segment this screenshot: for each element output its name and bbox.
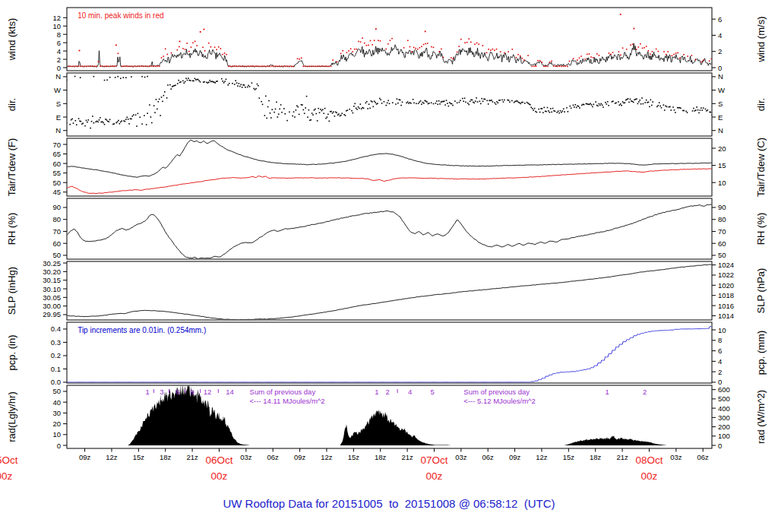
date-label-hour: 00z — [211, 470, 228, 482]
slp-ytick-left: 29.95 — [43, 310, 61, 318]
axis-title-left-rh: RH (%) — [6, 213, 17, 245]
tair-ytick-right: 10 — [718, 179, 726, 187]
svg-text:14: 14 — [226, 388, 234, 396]
pcp-ytick-right: 6 — [718, 347, 722, 355]
axis-title-left-rad: rad(Lgly/hr) — [6, 391, 17, 442]
svg-text:2: 2 — [643, 388, 647, 396]
axis-title-left-dir: dir. — [6, 98, 17, 111]
rad-ytick-left: 30 — [52, 409, 61, 417]
time-tick-label: 06z — [482, 453, 495, 461]
axis-title-left-wind: wind (kts) — [6, 18, 17, 62]
time-tick-label: 15z — [563, 453, 575, 461]
slp-ytick-right: 1018 — [718, 291, 734, 299]
date-label-hour: 00z — [0, 470, 13, 482]
svg-text:5: 5 — [430, 388, 434, 396]
x-axis: 05Oct00z09z12z15z18z21z06Oct00z03z06z09z… — [0, 448, 709, 482]
pcp-ytick-left: 0.3 — [51, 338, 61, 347]
pcp-annotation: Tip increments are 0.01in. (0.254mm.) — [77, 326, 206, 334]
slp-ytick-left: 30.15 — [43, 276, 61, 284]
slp-ytick-left: 30.25 — [43, 259, 61, 268]
time-tick-label: 15z — [348, 453, 360, 461]
wind-ytick-right: 4 — [718, 31, 722, 40]
slp-ytick-right: 1022 — [718, 271, 734, 279]
wind-ytick-left: 4 — [57, 47, 61, 55]
date-label: 07Oct — [420, 454, 448, 466]
svg-text:4: 4 — [408, 388, 412, 396]
rh-ytick-right: 50 — [718, 251, 726, 259]
wind-ytick-right: 0 — [718, 64, 722, 72]
rh-ytick-left: 70 — [52, 227, 61, 236]
sum-previous-day-note: Sum of previous day<--- 5.12 MJoules/m^2 — [463, 388, 535, 405]
rad-ytick-right: 300 — [718, 413, 730, 422]
slp-ytick-left: 30.05 — [43, 293, 61, 302]
svg-text:3: 3 — [160, 388, 163, 396]
pcp-ytick-left: 0.2 — [51, 351, 61, 359]
svg-text:Sum of previous day: Sum of previous day — [463, 388, 530, 396]
tair-ytick-right: 15 — [718, 161, 726, 169]
slp-ytick-right: 1024 — [718, 261, 734, 269]
slp-ytick-left: 30.20 — [43, 268, 61, 276]
svg-text:12: 12 — [204, 388, 212, 396]
axis-title-right-rad: rad (W/m^2) — [755, 390, 767, 444]
rh-ytick-left: 60 — [52, 239, 61, 248]
panel-dir: NESWNNESWNdir.dir. — [6, 72, 767, 136]
meteogram-svg: 0246810120246wind (kts)wind (m/s)10 min.… — [0, 0, 778, 494]
dir-ytick-right: N — [718, 126, 723, 135]
tair-ytick-left: 55 — [52, 169, 61, 177]
pcp-ytick-left: 0.4 — [51, 325, 61, 333]
time-tick-label: 03z — [455, 453, 467, 461]
tair-ytick-left: 50 — [52, 179, 61, 187]
pcp-ytick-right: 4 — [718, 357, 722, 366]
time-tick-label: 03z — [670, 453, 682, 461]
plot-title: UW Rooftop Data for 20151005 to 20151008… — [0, 497, 778, 510]
svg-text:6: 6 — [176, 388, 180, 396]
date-label-hour: 00z — [426, 470, 443, 482]
rad-ytick-right: 100 — [718, 432, 730, 440]
time-tick-label: 12z — [106, 453, 118, 461]
slp-ytick-right: 1016 — [718, 302, 734, 310]
rh-ytick-left: 80 — [52, 215, 61, 223]
tair-ytick-left: 65 — [52, 150, 61, 158]
time-tick-label: 09z — [509, 453, 521, 461]
svg-text:Sum of previous day: Sum of previous day — [250, 388, 316, 396]
dir-ytick-left: W — [54, 86, 61, 94]
panel-pcp: 0.00.10.20.30.40246810pcp. (in)pcp. (mm)… — [6, 322, 767, 386]
slp-ytick-left: 30.00 — [43, 302, 61, 310]
time-tick-label: 12z — [321, 453, 333, 461]
rad-ytick-right: 600 — [718, 385, 730, 394]
axis-title-right-pcp: pcp. (mm) — [755, 331, 767, 375]
wind-ytick-left: 2 — [57, 55, 61, 64]
rh-ytick-right: 60 — [718, 239, 726, 248]
dir-ytick-right: S — [718, 100, 723, 108]
wind-ytick-right: 6 — [718, 15, 722, 24]
svg-text:1: 1 — [605, 388, 609, 396]
rad-ytick-left: 20 — [52, 420, 61, 428]
wind-ytick-left: 8 — [57, 30, 61, 39]
wind-ytick-left: 6 — [57, 39, 61, 47]
svg-text:1: 1 — [145, 388, 149, 396]
svg-text:9: 9 — [190, 388, 194, 396]
dir-ytick-left: N — [55, 126, 61, 135]
rad-ytick-left: 50 — [52, 387, 61, 395]
wind-annotation: 10 min. peak winds in red — [77, 11, 163, 20]
axis-title-left-pcp: pcp. (in) — [6, 335, 17, 371]
time-tick-label: 18z — [590, 453, 602, 461]
date-label: 08Oct — [635, 454, 663, 466]
pcp-ytick-left: 0.0 — [51, 378, 61, 386]
time-tick-label: 15z — [133, 453, 145, 461]
time-tick-label: 21z — [186, 453, 198, 461]
dir-ytick-right: W — [718, 86, 725, 94]
rh-ytick-right: 70 — [718, 227, 726, 236]
rad-ytick-left: 10 — [52, 430, 61, 439]
tair-ytick-left: 70 — [52, 141, 61, 149]
date-label: 05Oct — [0, 454, 18, 466]
time-tick-label: 09z — [79, 453, 91, 461]
axis-title-left-tair: Tair/Tdew (F) — [6, 138, 17, 197]
date-label-hour: 00z — [641, 470, 658, 482]
pcp-ytick-right: 10 — [718, 326, 726, 334]
axis-title-right-slp: SLP (hPa) — [755, 268, 767, 314]
rad-ytick-right: 500 — [718, 394, 730, 403]
wind-ytick-left: 0 — [57, 64, 61, 72]
rh-ytick-left: 90 — [52, 203, 61, 211]
sum-previous-day-note: Sum of previous day<--- 14.11 MJoules/m^… — [250, 388, 325, 405]
